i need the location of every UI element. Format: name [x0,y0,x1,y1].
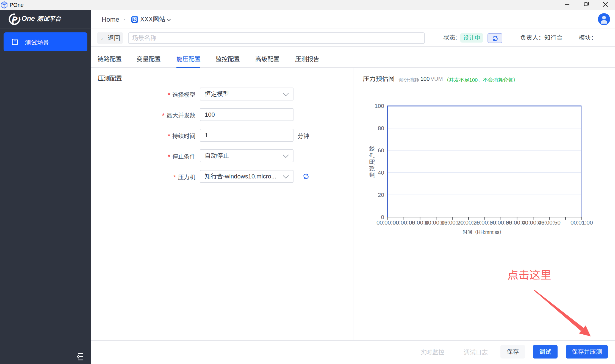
svg-text:60: 60 [378,147,384,153]
svg-text:时间（HH:mm:ss）: 时间（HH:mm:ss） [462,229,504,235]
svg-text:80: 80 [378,125,384,131]
svg-text:P: P [12,15,18,24]
svg-text:虚拟用户数: 虚拟用户数 [369,145,375,178]
svg-text:00:00:50: 00:00:50 [538,219,561,226]
svg-text:40: 40 [378,169,384,176]
svg-text:20: 20 [378,192,384,198]
svg-text:100: 100 [375,103,384,109]
svg-text:00:01:00: 00:01:00 [570,219,593,226]
